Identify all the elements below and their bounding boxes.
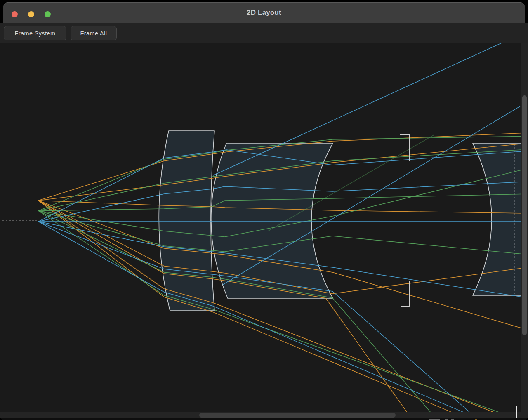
vertical-scrollbar-thumb[interactable] — [522, 95, 527, 335]
title-bar[interactable]: 2D Layout — [3, 2, 525, 23]
toolbar: Frame System Frame All — [0, 23, 528, 43]
lens-2 — [211, 143, 333, 298]
lens-3 — [473, 143, 528, 295]
window-bottom-edge — [0, 418, 528, 420]
layout-canvas[interactable] — [0, 43, 528, 420]
stop-top — [400, 135, 409, 161]
resize-corner-handle[interactable] — [516, 406, 528, 418]
frame-all-button[interactable]: Frame All — [71, 26, 117, 40]
horizontal-scrollbar-track[interactable] — [0, 412, 528, 418]
horizontal-scrollbar-thumb[interactable] — [199, 413, 396, 418]
window-title: 2D Layout — [3, 2, 525, 23]
optical-layout-plot — [0, 43, 528, 420]
ray-blue — [213, 43, 502, 175]
frame-system-button[interactable]: Frame System — [4, 26, 66, 40]
vertical-scrollbar-track[interactable] — [521, 43, 528, 413]
app-window: 2D Layout Frame System Frame All — [0, 0, 528, 420]
